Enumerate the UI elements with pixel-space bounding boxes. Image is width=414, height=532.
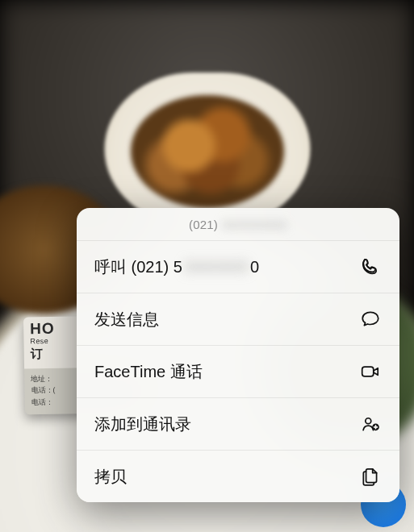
add-contact-label: 添加到通讯录: [94, 414, 359, 435]
menu-title-redacted: XXXXXXXX: [221, 218, 287, 231]
message-label: 发送信息: [94, 309, 359, 330]
call-label-suffix: 0: [250, 258, 259, 276]
facetime-label: FaceTime 通话: [94, 361, 359, 383]
message-icon: [359, 308, 382, 330]
copy-icon: [359, 465, 382, 488]
menu-title-prefix: (021): [189, 218, 218, 231]
add-contact-icon: [359, 413, 382, 435]
call-label-prefix: 呼叫 (021) 5: [94, 256, 182, 278]
video-icon: [359, 360, 382, 383]
svg-rect-0: [362, 367, 374, 376]
copy-label: 拷贝: [94, 466, 359, 488]
svg-point-1: [366, 418, 371, 424]
menu-item-call[interactable]: 呼叫 (021) 5 XXXXXX 0: [77, 240, 399, 293]
menu-item-facetime[interactable]: FaceTime 通话: [77, 345, 399, 397]
phone-icon: [359, 256, 382, 278]
menu-title: (021) XXXXXXXX: [77, 208, 399, 240]
menu-item-add-contact[interactable]: 添加到通讯录: [77, 397, 399, 450]
context-menu: (021) XXXXXXXX 呼叫 (021) 5 XXXXXX 0 发送信息 …: [77, 208, 399, 502]
call-label-redacted: XXXXXX: [184, 258, 249, 276]
menu-item-copy[interactable]: 拷贝: [77, 450, 399, 502]
menu-item-message[interactable]: 发送信息: [77, 293, 399, 345]
